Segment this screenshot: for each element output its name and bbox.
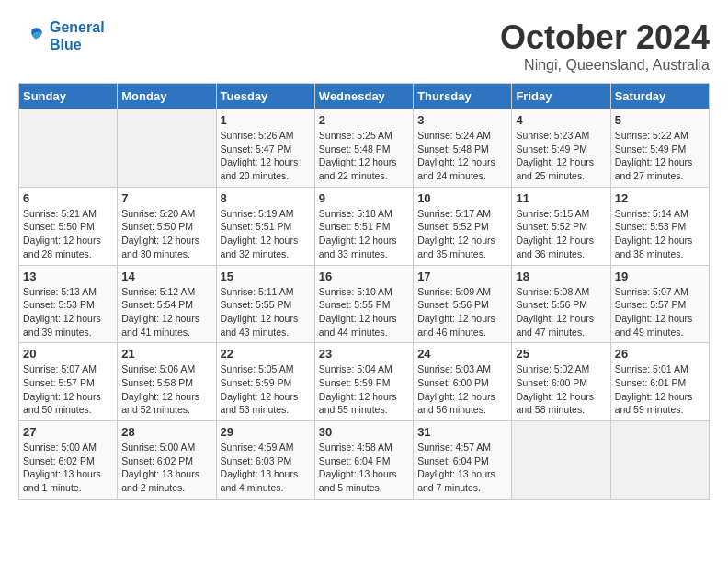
day-number: 26 — [615, 347, 705, 361]
cell-info: Sunrise: 5:14 AM Sunset: 5:53 PM Dayligh… — [615, 207, 705, 261]
day-number: 12 — [615, 191, 705, 205]
day-number: 11 — [516, 191, 606, 205]
calendar-week-3: 13 Sunrise: 5:13 AM Sunset: 5:53 PM Dayl… — [19, 265, 710, 343]
day-number: 15 — [221, 270, 311, 283]
calendar-cell: 16 Sunrise: 5:10 AM Sunset: 5:55 PM Dayl… — [314, 265, 413, 343]
calendar-cell: 30 Sunrise: 4:58 AM Sunset: 6:04 PM Dayl… — [314, 421, 413, 500]
day-number: 1 — [221, 113, 311, 127]
month-title: October 2024 — [500, 18, 710, 57]
calendar-cell — [610, 421, 709, 500]
day-number: 24 — [417, 347, 507, 361]
calendar-cell: 7 Sunrise: 5:20 AM Sunset: 5:50 PM Dayli… — [118, 187, 216, 265]
calendar-cell: 1 Sunrise: 5:26 AM Sunset: 5:47 PM Dayli… — [216, 109, 314, 188]
logo-icon — [18, 22, 46, 50]
day-header-wednesday: Wednesday — [314, 84, 413, 109]
logo: General Blue — [18, 18, 105, 53]
calendar-cell: 3 Sunrise: 5:24 AM Sunset: 5:48 PM Dayli… — [414, 109, 512, 188]
cell-info: Sunrise: 5:19 AM Sunset: 5:51 PM Dayligh… — [221, 207, 311, 261]
cell-info: Sunrise: 5:25 AM Sunset: 5:48 PM Dayligh… — [319, 129, 409, 183]
calendar-cell: 18 Sunrise: 5:08 AM Sunset: 5:56 PM Dayl… — [512, 265, 610, 343]
calendar-cell: 21 Sunrise: 5:06 AM Sunset: 5:58 PM Dayl… — [118, 343, 216, 421]
day-header-thursday: Thursday — [414, 84, 512, 109]
cell-info: Sunrise: 5:05 AM Sunset: 5:59 PM Dayligh… — [221, 362, 311, 417]
calendar-cell: 10 Sunrise: 5:17 AM Sunset: 5:52 PM Dayl… — [414, 187, 512, 265]
day-number: 30 — [319, 425, 409, 439]
day-number: 19 — [615, 270, 705, 283]
day-header-friday: Friday — [512, 84, 610, 109]
calendar-cell: 27 Sunrise: 5:00 AM Sunset: 6:02 PM Dayl… — [19, 421, 118, 500]
day-number: 2 — [319, 113, 409, 127]
cell-info: Sunrise: 5:01 AM Sunset: 6:01 PM Dayligh… — [615, 362, 705, 417]
calendar-week-4: 20 Sunrise: 5:07 AM Sunset: 5:57 PM Dayl… — [19, 343, 710, 421]
calendar-cell: 29 Sunrise: 4:59 AM Sunset: 6:03 PM Dayl… — [216, 421, 314, 500]
calendar-week-2: 6 Sunrise: 5:21 AM Sunset: 5:50 PM Dayli… — [19, 187, 710, 265]
day-number: 25 — [516, 347, 606, 361]
day-header-tuesday: Tuesday — [216, 84, 314, 109]
cell-info: Sunrise: 5:06 AM Sunset: 5:58 PM Dayligh… — [121, 362, 211, 417]
calendar-cell: 15 Sunrise: 5:11 AM Sunset: 5:55 PM Dayl… — [216, 265, 314, 343]
calendar-cell: 11 Sunrise: 5:15 AM Sunset: 5:52 PM Dayl… — [512, 187, 610, 265]
cell-info: Sunrise: 5:20 AM Sunset: 5:50 PM Dayligh… — [121, 207, 211, 261]
location-subtitle: Ningi, Queensland, Australia — [500, 57, 710, 74]
day-number: 22 — [221, 347, 311, 361]
day-number: 9 — [319, 191, 409, 205]
cell-info: Sunrise: 5:00 AM Sunset: 6:02 PM Dayligh… — [23, 441, 113, 495]
calendar-cell: 9 Sunrise: 5:18 AM Sunset: 5:51 PM Dayli… — [314, 187, 413, 265]
cell-info: Sunrise: 5:21 AM Sunset: 5:50 PM Dayligh… — [23, 207, 113, 261]
calendar-cell: 20 Sunrise: 5:07 AM Sunset: 5:57 PM Dayl… — [19, 343, 118, 421]
cell-info: Sunrise: 4:59 AM Sunset: 6:03 PM Dayligh… — [221, 441, 311, 495]
calendar-cell — [19, 109, 118, 188]
day-number: 18 — [516, 270, 606, 283]
day-number: 10 — [417, 191, 507, 205]
day-number: 27 — [23, 425, 113, 439]
calendar-cell: 24 Sunrise: 5:03 AM Sunset: 6:00 PM Dayl… — [414, 343, 512, 421]
calendar-cell: 8 Sunrise: 5:19 AM Sunset: 5:51 PM Dayli… — [216, 187, 314, 265]
day-number: 29 — [221, 425, 311, 439]
calendar-cell: 14 Sunrise: 5:12 AM Sunset: 5:54 PM Dayl… — [118, 265, 216, 343]
calendar-cell: 25 Sunrise: 5:02 AM Sunset: 6:00 PM Dayl… — [512, 343, 610, 421]
calendar-cell: 2 Sunrise: 5:25 AM Sunset: 5:48 PM Dayli… — [314, 109, 413, 188]
day-number: 7 — [121, 191, 211, 205]
day-number: 23 — [319, 347, 409, 361]
cell-info: Sunrise: 5:07 AM Sunset: 5:57 PM Dayligh… — [23, 362, 113, 417]
cell-info: Sunrise: 5:08 AM Sunset: 5:56 PM Dayligh… — [516, 285, 606, 339]
calendar-table: SundayMondayTuesdayWednesdayThursdayFrid… — [18, 83, 710, 500]
cell-info: Sunrise: 5:12 AM Sunset: 5:54 PM Dayligh… — [121, 285, 211, 339]
calendar-title-block: October 2024 Ningi, Queensland, Australi… — [500, 18, 710, 74]
logo-text: General Blue — [50, 18, 105, 53]
cell-info: Sunrise: 5:22 AM Sunset: 5:49 PM Dayligh… — [615, 129, 705, 183]
calendar-cell: 22 Sunrise: 5:05 AM Sunset: 5:59 PM Dayl… — [216, 343, 314, 421]
day-number: 20 — [23, 347, 113, 361]
cell-info: Sunrise: 5:11 AM Sunset: 5:55 PM Dayligh… — [221, 285, 311, 339]
cell-info: Sunrise: 5:03 AM Sunset: 6:00 PM Dayligh… — [417, 362, 507, 417]
calendar-week-1: 1 Sunrise: 5:26 AM Sunset: 5:47 PM Dayli… — [19, 109, 710, 188]
cell-info: Sunrise: 5:04 AM Sunset: 5:59 PM Dayligh… — [319, 362, 409, 417]
cell-info: Sunrise: 5:07 AM Sunset: 5:57 PM Dayligh… — [615, 285, 705, 339]
day-number: 16 — [319, 270, 409, 283]
calendar-cell: 23 Sunrise: 5:04 AM Sunset: 5:59 PM Dayl… — [314, 343, 413, 421]
day-number: 3 — [417, 113, 507, 127]
day-number: 13 — [23, 270, 113, 283]
calendar-cell — [512, 421, 610, 500]
cell-info: Sunrise: 5:24 AM Sunset: 5:48 PM Dayligh… — [417, 129, 507, 183]
cell-info: Sunrise: 5:26 AM Sunset: 5:47 PM Dayligh… — [221, 129, 311, 183]
calendar-cell: 17 Sunrise: 5:09 AM Sunset: 5:56 PM Dayl… — [414, 265, 512, 343]
day-number: 6 — [23, 191, 113, 205]
day-number: 4 — [516, 113, 606, 127]
cell-info: Sunrise: 5:18 AM Sunset: 5:51 PM Dayligh… — [319, 207, 409, 261]
day-number: 8 — [221, 191, 311, 205]
calendar-cell: 26 Sunrise: 5:01 AM Sunset: 6:01 PM Dayl… — [610, 343, 709, 421]
cell-info: Sunrise: 5:23 AM Sunset: 5:49 PM Dayligh… — [516, 129, 606, 183]
cell-info: Sunrise: 5:00 AM Sunset: 6:02 PM Dayligh… — [121, 441, 211, 495]
day-header-saturday: Saturday — [610, 84, 709, 109]
cell-info: Sunrise: 5:09 AM Sunset: 5:56 PM Dayligh… — [417, 285, 507, 339]
day-number: 21 — [121, 347, 211, 361]
page-header: General Blue October 2024 Ningi, Queensl… — [18, 18, 710, 74]
day-number: 14 — [121, 270, 211, 283]
cell-info: Sunrise: 5:17 AM Sunset: 5:52 PM Dayligh… — [417, 207, 507, 261]
day-number: 31 — [417, 425, 507, 439]
calendar-cell: 31 Sunrise: 4:57 AM Sunset: 6:04 PM Dayl… — [414, 421, 512, 500]
cell-info: Sunrise: 5:02 AM Sunset: 6:00 PM Dayligh… — [516, 362, 606, 417]
cell-info: Sunrise: 4:57 AM Sunset: 6:04 PM Dayligh… — [417, 441, 507, 495]
day-number: 5 — [615, 113, 705, 127]
